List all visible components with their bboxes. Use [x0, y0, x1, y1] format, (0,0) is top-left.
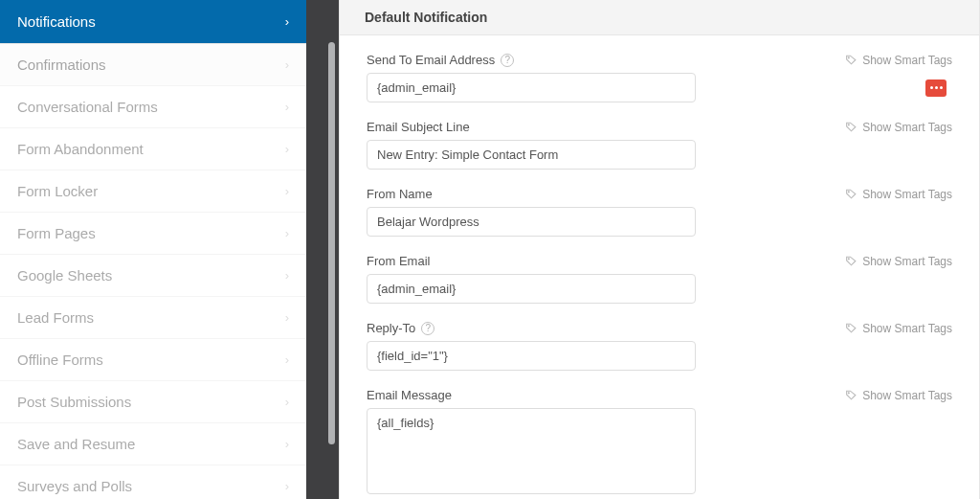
link-text: Show Smart Tags [862, 322, 952, 335]
sidebar-item-conversational-forms[interactable]: Conversational Forms › [0, 86, 306, 128]
field-subject: Email Subject Line Show Smart Tags [367, 120, 952, 170]
field-label: From Name [367, 187, 433, 201]
field-label: Email Message [367, 388, 452, 402]
chevron-right-icon: › [285, 479, 289, 493]
show-smart-tags-link[interactable]: Show Smart Tags [845, 389, 952, 402]
chevron-right-icon: › [285, 14, 289, 29]
show-smart-tags-link[interactable]: Show Smart Tags [845, 54, 952, 67]
chevron-right-icon: › [285, 352, 289, 367]
sidebar-item-label: Confirmations [17, 57, 285, 73]
label-text: From Email [367, 254, 430, 268]
svg-point-3 [848, 259, 849, 260]
smart-tag-insert-button[interactable] [925, 79, 947, 97]
tag-icon [845, 54, 858, 66]
field-email-message: Email Message Show Smart Tags [367, 388, 952, 494]
tag-icon [845, 188, 858, 200]
svg-point-4 [848, 326, 849, 327]
sidebar-item-label: Form Locker [17, 183, 285, 199]
label-text: Send To Email Address [367, 53, 495, 67]
show-smart-tags-link[interactable]: Show Smart Tags [845, 121, 952, 134]
help-icon[interactable]: ? [501, 54, 514, 67]
label-text: Email Subject Line [367, 120, 470, 134]
tag-icon [845, 322, 858, 334]
field-label: From Email [367, 254, 430, 268]
chevron-right-icon: › [285, 310, 289, 325]
sidebar-item-label: Form Abandonment [17, 141, 285, 157]
sidebar-item-confirmations[interactable]: Confirmations › [0, 44, 306, 86]
sidebar-item-form-abandonment[interactable]: Form Abandonment › [0, 128, 306, 170]
tag-icon [845, 121, 858, 133]
svg-point-2 [848, 192, 849, 193]
sidebar-item-form-pages[interactable]: Form Pages › [0, 213, 306, 255]
notification-panel: Default Notification Send To Email Addre… [339, 0, 980, 499]
reply-to-input[interactable] [367, 341, 696, 371]
sidebar-item-label: Notifications [17, 13, 285, 30]
field-from-email: From Email Show Smart Tags [367, 254, 952, 304]
scrollbar[interactable] [328, 42, 335, 444]
main-content: Default Notification Send To Email Addre… [339, 0, 980, 499]
link-text: Show Smart Tags [862, 54, 952, 67]
sidebar-item-label: Post Submissions [17, 394, 285, 410]
svg-point-0 [848, 57, 849, 58]
sidebar-item-save-and-resume[interactable]: Save and Resume › [0, 423, 306, 465]
field-label: Reply-To ? [367, 321, 434, 335]
field-reply-to: Reply-To ? Show Smart Tags [367, 321, 952, 371]
sidebar-item-notifications[interactable]: Notifications › [0, 0, 306, 44]
sidebar-container: Notifications › Confirmations › Conversa… [0, 0, 339, 499]
panel-body: Send To Email Address ? Show Smart Tags [340, 35, 979, 499]
chevron-right-icon: › [285, 437, 289, 451]
chevron-right-icon: › [285, 226, 289, 240]
subject-input[interactable] [367, 140, 696, 170]
tag-icon [845, 255, 858, 267]
chevron-right-icon: › [285, 142, 289, 156]
sidebar-item-form-locker[interactable]: Form Locker › [0, 170, 306, 213]
sidebar-item-label: Save and Resume [17, 436, 285, 452]
label-text: From Name [367, 187, 433, 201]
chevron-right-icon: › [285, 100, 289, 114]
field-label: Send To Email Address ? [367, 53, 514, 67]
link-text: Show Smart Tags [862, 121, 952, 134]
sidebar-item-label: Conversational Forms [17, 99, 285, 115]
link-text: Show Smart Tags [862, 255, 952, 268]
sidebar-item-post-submissions[interactable]: Post Submissions › [0, 381, 306, 423]
show-smart-tags-link[interactable]: Show Smart Tags [845, 255, 952, 268]
email-message-textarea[interactable] [367, 408, 696, 494]
svg-point-5 [848, 393, 849, 394]
chevron-right-icon: › [285, 57, 289, 72]
sidebar-item-label: Google Sheets [17, 267, 285, 284]
show-smart-tags-link[interactable]: Show Smart Tags [845, 188, 952, 201]
help-icon[interactable]: ? [421, 322, 434, 335]
field-from-name: From Name Show Smart Tags [367, 187, 952, 237]
sidebar-item-google-sheets[interactable]: Google Sheets › [0, 255, 306, 297]
field-send-to: Send To Email Address ? Show Smart Tags [367, 53, 952, 102]
from-name-input[interactable] [367, 207, 696, 237]
svg-point-1 [848, 125, 849, 125]
link-text: Show Smart Tags [862, 389, 952, 402]
field-label: Email Subject Line [367, 120, 470, 134]
chevron-right-icon: › [285, 268, 289, 283]
chevron-right-icon: › [285, 184, 289, 198]
sidebar-item-lead-forms[interactable]: Lead Forms › [0, 297, 306, 339]
sidebar-item-label: Form Pages [17, 225, 285, 241]
panel-title: Default Notification [340, 0, 979, 35]
tag-icon [845, 389, 858, 401]
label-text: Email Message [367, 388, 452, 402]
sidebar-item-surveys-and-polls[interactable]: Surveys and Polls › [0, 465, 306, 499]
sidebar-item-label: Lead Forms [17, 309, 285, 326]
from-email-input[interactable] [367, 274, 696, 304]
show-smart-tags-link[interactable]: Show Smart Tags [845, 322, 952, 335]
sidebar-item-label: Offline Forms [17, 352, 285, 368]
settings-sidebar: Notifications › Confirmations › Conversa… [0, 0, 306, 499]
sidebar-item-offline-forms[interactable]: Offline Forms › [0, 339, 306, 381]
send-to-input[interactable] [367, 73, 696, 102]
sidebar-item-label: Surveys and Polls [17, 478, 285, 494]
chevron-right-icon: › [285, 395, 289, 409]
link-text: Show Smart Tags [862, 188, 952, 201]
label-text: Reply-To [367, 321, 415, 335]
